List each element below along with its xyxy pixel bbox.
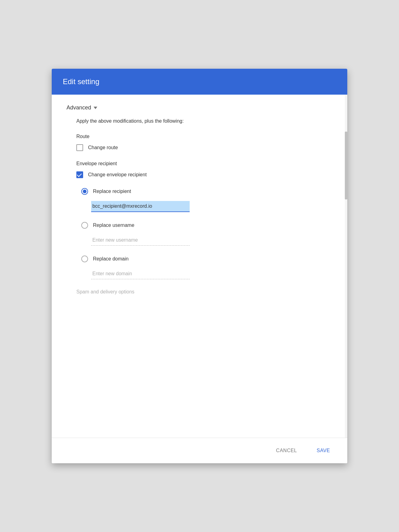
change-route-checkbox[interactable]: [76, 144, 83, 151]
chevron-down-icon: [94, 107, 97, 109]
content-area: Advanced Apply the above modifications, …: [52, 95, 347, 305]
replace-domain-input-wrapper: [91, 268, 329, 279]
spam-section-label: Spam and delivery options: [76, 289, 135, 294]
save-button[interactable]: SAVE: [311, 444, 337, 457]
change-route-checkbox-row[interactable]: Change route: [76, 144, 329, 151]
replace-recipient-radio[interactable]: [81, 188, 88, 195]
replace-username-radio[interactable]: [81, 222, 88, 229]
envelope-section-label: Envelope recipient: [76, 161, 329, 166]
replace-domain-label: Replace domain: [93, 256, 129, 262]
advanced-toggle[interactable]: Advanced: [66, 104, 329, 111]
envelope-section: Envelope recipient Change envelope recip…: [66, 161, 329, 279]
replace-username-input[interactable]: [91, 235, 190, 246]
spam-section: Spam and delivery options: [76, 289, 329, 295]
replace-recipient-input-wrapper: [91, 201, 329, 212]
change-envelope-checkbox-row[interactable]: Change envelope recipient: [76, 171, 329, 178]
replace-recipient-input[interactable]: [91, 201, 190, 212]
replace-recipient-radio-row[interactable]: Replace recipient: [81, 188, 329, 195]
change-envelope-label: Change envelope recipient: [88, 172, 147, 178]
dialog-body: Advanced Apply the above modifications, …: [52, 95, 347, 438]
scrollbar-thumb[interactable]: [345, 132, 347, 199]
replace-username-input-wrapper: [91, 235, 329, 246]
replace-recipient-label: Replace recipient: [93, 189, 131, 194]
cancel-button[interactable]: CANCEL: [270, 444, 303, 457]
route-section-label: Route: [76, 134, 329, 139]
dialog-header: Edit setting: [52, 69, 347, 95]
change-envelope-checkbox[interactable]: [76, 171, 83, 178]
change-route-label: Change route: [88, 145, 118, 150]
advanced-label: Advanced: [66, 104, 91, 111]
scrollbar-track[interactable]: [345, 95, 347, 438]
apply-modifications-text: Apply the above modifications, plus the …: [76, 118, 329, 124]
dialog-footer: CANCEL SAVE: [52, 438, 347, 463]
replace-domain-input[interactable]: [91, 268, 190, 279]
replace-username-radio-row[interactable]: Replace username: [81, 222, 329, 229]
edit-setting-dialog: Edit setting Advanced Apply the above mo…: [52, 69, 347, 463]
dialog-title: Edit setting: [63, 77, 336, 86]
replace-domain-radio[interactable]: [81, 256, 88, 262]
replace-domain-radio-row[interactable]: Replace domain: [81, 256, 329, 262]
replace-username-label: Replace username: [93, 223, 134, 228]
